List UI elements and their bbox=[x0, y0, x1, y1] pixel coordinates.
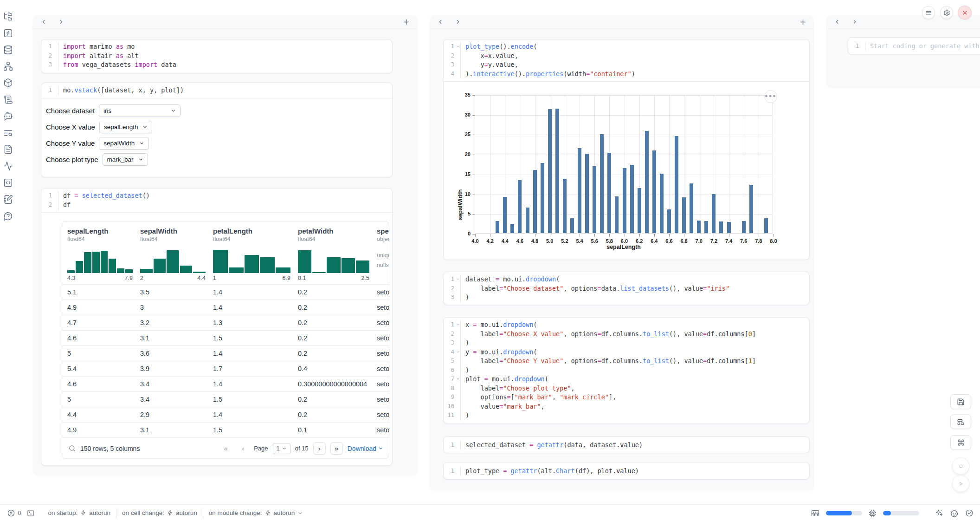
chart-menu-button[interactable]: ●●● bbox=[764, 90, 777, 103]
table-row[interactable]: 4.63.41.40.30000000000000004setosa bbox=[62, 376, 389, 391]
histogram-bar bbox=[140, 269, 153, 273]
fold-chevron-icon[interactable] bbox=[456, 277, 460, 281]
column-forward-button[interactable] bbox=[849, 16, 860, 27]
assistant-robot-icon[interactable] bbox=[950, 509, 959, 518]
column-3-header bbox=[826, 15, 980, 29]
download-button[interactable]: Download bbox=[348, 445, 383, 452]
cell-output-divider bbox=[41, 212, 392, 213]
dropdown-choose-y-value[interactable]: sepalWidth bbox=[99, 137, 149, 150]
sidebar-item-functions[interactable] bbox=[3, 28, 13, 39]
save-button[interactable] bbox=[950, 394, 971, 409]
sidebar-item-packages[interactable] bbox=[3, 78, 13, 88]
code-text: y = mo.ui.dropdown( bbox=[460, 348, 809, 357]
x-tick-label: 4.6 bbox=[512, 238, 527, 244]
table-row[interactable]: 5.43.91.70.4setosa bbox=[62, 361, 389, 376]
prev-page-button[interactable]: ‹ bbox=[237, 442, 249, 455]
sidebar-item-tracing[interactable] bbox=[3, 161, 13, 171]
cell-chart[interactable]: 1plot_type().encode(2 x=x.value,3 y=y.va… bbox=[443, 39, 810, 260]
x-tick-label: 5.4 bbox=[572, 238, 587, 244]
keyboard-shortcuts-button[interactable] bbox=[950, 435, 971, 450]
code-line: 9 options=["mark_bar", "mark_circle"], bbox=[444, 393, 809, 402]
sidebar-item-file-explorer[interactable] bbox=[3, 12, 13, 22]
sidebar-item-dependency-graph[interactable] bbox=[3, 61, 13, 72]
cell-vstack[interactable]: 1mo.vstack([dataset, x, y, plot]) Choose… bbox=[41, 83, 393, 177]
column-header-petalWidth[interactable]: petalWidthfloat640.12.5 bbox=[298, 227, 377, 281]
table-row[interactable]: 4.73.21.30.2setosa bbox=[62, 315, 389, 330]
stop-button[interactable] bbox=[952, 457, 969, 475]
page-select[interactable]: 1 bbox=[273, 443, 290, 454]
column-header-sepalWidth[interactable]: sepalWidthfloat6424.4 bbox=[140, 227, 213, 281]
sidebar-item-help[interactable] bbox=[3, 211, 13, 221]
fold-chevron-icon[interactable] bbox=[456, 377, 460, 381]
table-cell: 3.6 bbox=[140, 350, 213, 357]
sidebar-item-ai-chat[interactable] bbox=[3, 111, 13, 122]
sidebar-item-documentation[interactable] bbox=[3, 144, 13, 155]
sidebar-item-scratchpad[interactable] bbox=[3, 95, 13, 105]
run-button[interactable] bbox=[952, 475, 969, 492]
on-cell-change-setting[interactable]: on cell change: autorun bbox=[122, 509, 197, 516]
column-header-species[interactable]: speciesobjectunique:nulls: bbox=[377, 227, 389, 281]
last-page-button[interactable]: » bbox=[330, 442, 343, 455]
dropdown-choose-dataset[interactable]: iris bbox=[99, 104, 181, 117]
cell-dataset-dropdown[interactable]: 1dataset = mo.ui.dropdown(2 label="Choos… bbox=[443, 272, 810, 305]
terminal-button[interactable] bbox=[27, 509, 34, 517]
on-module-change-setting[interactable]: on module change: autorun bbox=[209, 509, 303, 516]
column-back-button[interactable] bbox=[38, 16, 49, 27]
table-row[interactable]: 53.61.40.2setosa bbox=[62, 345, 389, 361]
cell-dataframe[interactable]: 1df = selected_dataset()2df sepalLengthf… bbox=[41, 188, 393, 466]
histogram-bar bbox=[180, 266, 193, 273]
dropdown-choose-plot-type[interactable]: mark_bar bbox=[103, 153, 148, 166]
cell-plot-type[interactable]: 1plot_type = getattr(alt.Chart(df), plot… bbox=[443, 462, 810, 480]
line-number: 4 bbox=[444, 348, 460, 357]
code-line: 3) bbox=[444, 293, 809, 302]
ai-sparkles-icon[interactable] bbox=[935, 509, 943, 517]
shutdown-button[interactable] bbox=[958, 6, 972, 20]
settings-button[interactable] bbox=[940, 6, 953, 19]
chart-plot-area[interactable]: 051015202530354.04.24.44.64.85.05.25.45.… bbox=[475, 95, 773, 234]
column-header-petalLength[interactable]: petalLengthfloat6416.9 bbox=[213, 227, 298, 281]
connection-status-icon[interactable] bbox=[965, 509, 974, 517]
column-back-button[interactable] bbox=[435, 16, 446, 27]
add-column-button[interactable] bbox=[797, 16, 809, 28]
notebook-menu-button[interactable] bbox=[922, 6, 935, 19]
first-page-button[interactable]: « bbox=[219, 442, 232, 455]
sidebar-item-snippets[interactable] bbox=[3, 178, 13, 188]
x-tick-label: 7.4 bbox=[722, 238, 736, 244]
fold-chevron-icon[interactable] bbox=[456, 350, 460, 354]
sidebar-item-datasources[interactable] bbox=[3, 45, 13, 55]
table-row[interactable]: 5.13.51.40.2setosa bbox=[62, 284, 389, 300]
sidebar-item-notebook[interactable] bbox=[3, 195, 13, 205]
cpu-usage-meter[interactable] bbox=[883, 511, 919, 515]
table-row[interactable]: 4.93.11.50.1setosa bbox=[62, 422, 389, 437]
dropdown-choose-x-value[interactable]: sepalLength bbox=[99, 121, 153, 133]
code-text: dataset = mo.ui.dropdown( bbox=[460, 275, 809, 284]
fold-chevron-icon[interactable] bbox=[456, 323, 460, 326]
on-startup-setting[interactable]: on startup: autorun bbox=[48, 509, 111, 516]
table-row[interactable]: 4.63.11.50.2setosa bbox=[62, 330, 389, 345]
column-header-sepalLength[interactable]: sepalLengthfloat644.37.9 bbox=[67, 227, 140, 281]
column-back-button[interactable] bbox=[832, 16, 843, 27]
table-cell: 1.3 bbox=[213, 319, 298, 326]
column-forward-button[interactable] bbox=[56, 16, 67, 27]
x-tick bbox=[639, 234, 640, 237]
cell-imports[interactable]: 1import marimo as mo2import altair as al… bbox=[41, 39, 393, 73]
add-column-button[interactable] bbox=[400, 16, 412, 28]
table-row[interactable]: 53.41.50.2setosa bbox=[62, 391, 389, 407]
column-forward-button[interactable] bbox=[452, 16, 464, 27]
code-text: label="Choose dataset", options=data.lis… bbox=[460, 284, 809, 293]
cell-xy-plot-dropdowns[interactable]: 1x = mo.ui.dropdown(2 label="Choose X va… bbox=[443, 317, 810, 424]
cell-empty-editor[interactable]: 1 Start coding or generate with AI bbox=[848, 37, 980, 55]
cell-selected-dataset[interactable]: 1selected_dataset = getattr(data, datase… bbox=[443, 436, 810, 453]
table-row[interactable]: 4.42.91.40.2setosa bbox=[62, 407, 389, 422]
editor-placeholder[interactable]: Start coding or generate with AI bbox=[865, 42, 980, 51]
layout-toggle-button[interactable] bbox=[950, 414, 971, 429]
chart-bar bbox=[518, 180, 522, 233]
table-row[interactable]: 4.931.40.2setosa bbox=[62, 300, 389, 315]
generate-link[interactable]: generate bbox=[930, 42, 961, 50]
error-indicator[interactable]: 0 bbox=[7, 509, 21, 517]
sidebar-item-logs[interactable] bbox=[3, 128, 13, 138]
fold-chevron-icon[interactable] bbox=[456, 45, 460, 48]
next-page-button[interactable]: › bbox=[313, 442, 326, 455]
memory-usage-meter[interactable] bbox=[826, 511, 862, 515]
search-icon[interactable] bbox=[69, 445, 76, 452]
